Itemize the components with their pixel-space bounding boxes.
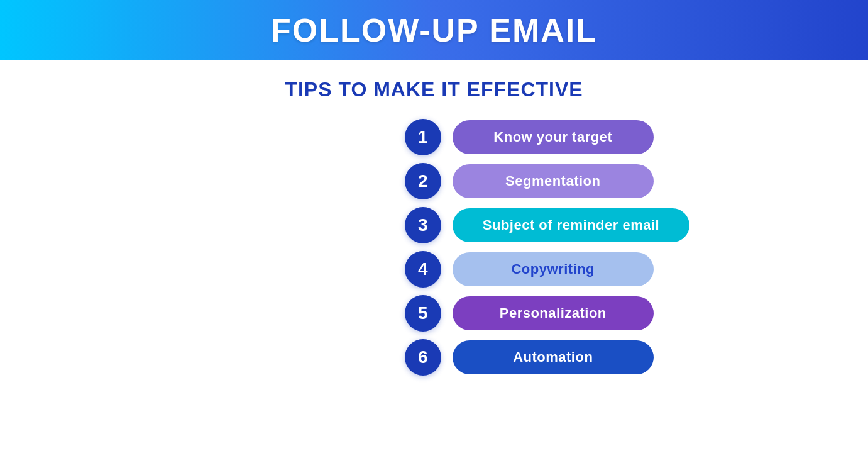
- number-circle-1: 1: [405, 119, 441, 155]
- tip-pill-1: Know your target: [453, 120, 654, 154]
- tip-row-3: 3 Subject of reminder email: [405, 207, 689, 243]
- page-wrapper: FOLLOW-UP EMAIL TIPS TO MAKE IT EFFECTIV…: [0, 0, 868, 475]
- tip-pill-4: Copywriting: [453, 252, 654, 286]
- tips-list: 1 Know your target 2 Segmentation 3 Subj…: [405, 119, 689, 376]
- tip-row-5: 5 Personalization: [405, 295, 654, 332]
- header-banner: FOLLOW-UP EMAIL: [0, 0, 868, 60]
- tip-pill-5: Personalization: [453, 296, 654, 330]
- tip-pill-3: Subject of reminder email: [453, 208, 689, 242]
- number-circle-6: 6: [405, 339, 441, 376]
- number-circle-2: 2: [405, 163, 441, 199]
- number-circle-3: 3: [405, 207, 441, 243]
- tip-pill-6: Automation: [453, 340, 654, 374]
- tip-row-6: 6 Automation: [405, 339, 654, 376]
- subtitle: TIPS TO MAKE IT EFFECTIVE: [285, 78, 583, 101]
- tip-row-2: 2 Segmentation: [405, 163, 654, 199]
- tip-row-4: 4 Copywriting: [405, 251, 654, 288]
- tip-row-1: 1 Know your target: [405, 119, 654, 155]
- tip-pill-2: Segmentation: [453, 164, 654, 198]
- number-circle-5: 5: [405, 295, 441, 332]
- number-circle-4: 4: [405, 251, 441, 288]
- main-title: FOLLOW-UP EMAIL: [271, 12, 597, 48]
